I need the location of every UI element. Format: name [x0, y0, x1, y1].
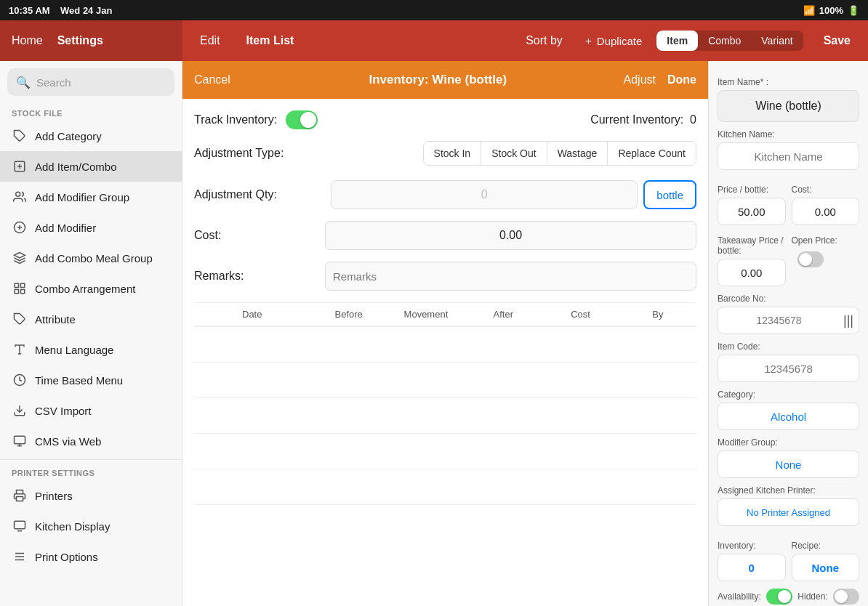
save-button[interactable]: Save: [818, 31, 856, 50]
sidebar-item-add-combo-meal-group[interactable]: Add Combo Meal Group: [0, 243, 182, 273]
current-inventory-label: Current Inventory: 0: [590, 113, 696, 126]
edit-button[interactable]: Edit: [194, 31, 226, 50]
cost-row-label: Cost:: [194, 229, 325, 242]
sidebar-item-cms-via-web[interactable]: CMS via Web: [0, 426, 182, 456]
recipe-button[interactable]: None: [792, 554, 860, 581]
sidebar-item-printers[interactable]: Printers: [0, 480, 182, 511]
item-code-input[interactable]: [718, 355, 859, 382]
barcode-scan-icon[interactable]: |||: [843, 313, 853, 328]
modifier-group-button[interactable]: None: [718, 451, 859, 478]
kitchen-printer-button[interactable]: No Printer Assigned: [718, 498, 859, 526]
adj-stock-out-button[interactable]: Stock Out: [481, 142, 547, 165]
category-button[interactable]: Alcohol: [718, 403, 859, 430]
availability-row: Availability: Hidden:: [718, 589, 859, 605]
sidebar-item-add-item-combo[interactable]: Add Item/Combo: [0, 151, 182, 182]
plus-icon: ＋: [583, 34, 594, 48]
barcode-label: Barcode No:: [718, 294, 859, 304]
sidebar-item-csv-import[interactable]: CSV Import: [0, 395, 182, 426]
tab-combo[interactable]: Combo: [698, 31, 751, 51]
modal-actions: Adjust Done: [624, 73, 696, 86]
section-stock-file: STOCK FILE: [0, 103, 182, 121]
search-icon: 🔍: [16, 76, 31, 89]
sidebar-item-print-options[interactable]: Print Options: [0, 541, 182, 572]
open-price-toggle[interactable]: [797, 251, 824, 267]
adj-type-label: Adjustment Type:: [194, 147, 325, 160]
sidebar-item-combo-arrangement[interactable]: Combo Arrangement: [0, 273, 182, 304]
cost-label: Cost:: [792, 185, 860, 195]
duplicate-button[interactable]: ＋ Duplicate: [583, 34, 643, 48]
takeaway-price-input[interactable]: [718, 259, 786, 286]
sidebar-item-add-category[interactable]: Add Category: [0, 121, 182, 151]
item-name-label: Item Name* :: [718, 77, 859, 87]
sidebar-item-menu-language[interactable]: Menu Language: [0, 334, 182, 365]
adj-stock-in-button[interactable]: Stock In: [424, 142, 482, 165]
track-inventory-toggle[interactable]: [286, 110, 318, 129]
adj-qty-input[interactable]: [331, 180, 638, 209]
item-code-label: Item Code:: [718, 342, 859, 352]
item-name-input[interactable]: [718, 90, 859, 122]
cost-input[interactable]: [792, 198, 860, 225]
search-input[interactable]: 🔍 Search: [7, 68, 174, 96]
cost-row: Cost:: [194, 221, 696, 250]
table-rows: [194, 326, 696, 505]
price-input[interactable]: [718, 198, 786, 225]
sidebar: 🔍 Search STOCK FILE Add Category Add Ite…: [0, 61, 182, 606]
modal-overlay: Cancel Inventory: Wine (bottle) Adjust D…: [182, 61, 708, 606]
remarks-input[interactable]: [325, 262, 696, 291]
settings-button[interactable]: Settings: [57, 34, 103, 47]
sidebar-item-time-based-menu[interactable]: Time Based Menu: [0, 365, 182, 395]
svg-rect-21: [15, 521, 25, 529]
sidebar-item-attribute[interactable]: Attribute: [0, 304, 182, 334]
col-cost: Cost: [542, 309, 619, 320]
users-icon: [12, 189, 28, 205]
kitchen-display-icon: [12, 518, 28, 534]
svg-rect-12: [21, 290, 25, 294]
plus-circle-icon: [12, 219, 28, 235]
track-inventory-row: Track Inventory: Current Inventory: 0: [194, 110, 696, 129]
barcode-input[interactable]: [718, 307, 859, 334]
inventory-button[interactable]: 0: [718, 554, 786, 581]
adj-replace-count-button[interactable]: Replace Count: [608, 142, 696, 165]
adj-unit-button[interactable]: bottle: [643, 180, 696, 209]
svg-rect-20: [17, 497, 23, 501]
top-nav: Edit Item List Sort by ＋ Duplicate Item …: [182, 20, 868, 61]
print-options-icon: [12, 549, 28, 565]
tag-icon: [12, 128, 28, 144]
sidebar-item-kitchen-display[interactable]: Kitchen Display: [0, 511, 182, 541]
modifier-group-label: Modifier Group:: [718, 437, 859, 448]
home-button[interactable]: Home: [12, 34, 43, 47]
barcode-field: |||: [718, 307, 859, 334]
layers-icon: [12, 250, 28, 266]
kitchen-name-input[interactable]: [718, 142, 859, 170]
col-date: Date: [194, 309, 310, 320]
col-before: Before: [310, 309, 387, 320]
letter-icon: [12, 342, 28, 357]
battery-icon: 🔋: [848, 5, 859, 16]
item-list-button[interactable]: Item List: [241, 31, 300, 50]
clock-icon: [12, 372, 28, 388]
availability-toggle[interactable]: [766, 589, 792, 605]
sort-by-button[interactable]: Sort by: [520, 31, 568, 50]
modal-done-button[interactable]: Done: [667, 73, 696, 86]
tab-item[interactable]: Item: [656, 31, 698, 51]
adj-qty-row: Adjustment Qty: bottle: [194, 180, 696, 209]
printer-icon: [12, 488, 28, 504]
col-after: After: [465, 309, 542, 320]
adj-wastage-button[interactable]: Wastage: [547, 142, 608, 165]
kitchen-printer-label: Assigned Kitchen Printer:: [718, 485, 859, 496]
tab-variant[interactable]: Variant: [751, 31, 803, 51]
sidebar-item-add-modifier-group[interactable]: Add Modifier Group: [0, 182, 182, 212]
status-bar: 10:35 AM Wed 24 Jan 📶 100% 🔋: [0, 0, 868, 20]
section-printer-settings: PRINTER SETTINGS: [0, 463, 182, 480]
adjustment-type-buttons: Stock In Stock Out Wastage Replace Count: [423, 141, 696, 166]
cost-row-input[interactable]: [325, 221, 696, 250]
svg-rect-17: [15, 436, 25, 444]
svg-marker-8: [15, 253, 25, 259]
modal-cancel-button[interactable]: Cancel: [194, 73, 252, 86]
hidden-toggle[interactable]: [833, 589, 859, 605]
sidebar-item-add-modifier[interactable]: Add Modifier: [0, 212, 182, 243]
remarks-row: Remarks:: [194, 262, 696, 291]
modal-adjust-button[interactable]: Adjust: [624, 73, 656, 86]
track-inventory-label: Track Inventory:: [194, 113, 277, 126]
right-panel: Item Name* : Kitchen Name: Price / bottl…: [708, 61, 868, 606]
